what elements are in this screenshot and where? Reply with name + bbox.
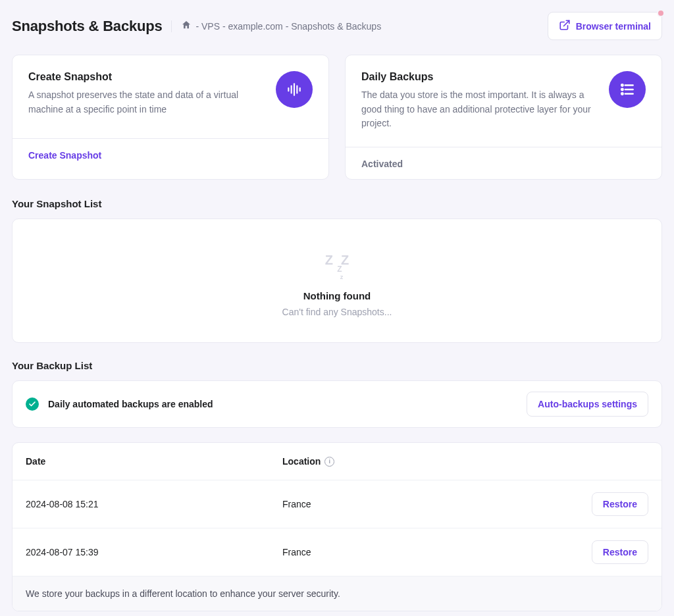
breadcrumb[interactable]: - VPS - example.com - Snapshots & Backup… — [181, 20, 381, 32]
breadcrumb-text: - VPS - example.com - Snapshots & Backup… — [195, 21, 381, 32]
browser-terminal-button[interactable]: Browser terminal — [548, 12, 662, 40]
backup-list-heading: Your Backup List — [12, 360, 662, 371]
restore-button[interactable]: Restore — [592, 540, 648, 564]
column-location-label: Location — [282, 456, 321, 467]
home-icon[interactable] — [181, 20, 192, 32]
divider — [171, 20, 172, 32]
create-snapshot-button[interactable]: Create Snapshot — [28, 150, 101, 161]
row-date: 2024-08-07 15:39 — [26, 547, 282, 557]
create-snapshot-card: Create Snapshot A snapshot preserves the… — [12, 55, 329, 180]
page-title: Snapshots & Backups — [12, 18, 162, 35]
list-icon — [609, 71, 646, 108]
row-location: France — [282, 499, 576, 509]
empty-subtitle: Can't find any Snapshots... — [26, 307, 648, 317]
info-icon[interactable]: i — [324, 457, 334, 467]
status-dot — [657, 9, 665, 17]
restore-button[interactable]: Restore — [592, 492, 648, 516]
column-date: Date — [26, 456, 282, 467]
row-date: 2024-08-08 15:21 — [26, 499, 282, 509]
snapshot-card-desc: A snapshot preserves the state and data … — [28, 88, 264, 116]
svg-point-6 — [621, 84, 623, 86]
browser-terminal-label: Browser terminal — [576, 21, 651, 32]
backup-table: Date Location i 2024-08-08 15:21 France … — [12, 442, 662, 611]
backup-status-text: Daily automated backups are enabled — [48, 399, 517, 409]
empty-title: Nothing found — [26, 290, 648, 301]
check-icon — [26, 398, 39, 411]
snapshot-card-title: Create Snapshot — [28, 71, 264, 83]
backup-status-panel: Daily automated backups are enabled Auto… — [12, 380, 662, 428]
snapshot-list-heading: Your Snapshot List — [12, 198, 662, 209]
sleep-icon: ZZ Z z — [26, 247, 648, 286]
backups-card-title: Daily Backups — [361, 71, 597, 83]
row-location: France — [282, 547, 576, 557]
table-row: 2024-08-08 15:21 France Restore — [13, 480, 661, 528]
backups-card-desc: The data you store is the most important… — [361, 88, 597, 131]
waveform-icon — [276, 71, 313, 108]
table-header: Date Location i — [13, 443, 661, 480]
svg-line-0 — [563, 20, 569, 26]
table-footer-note: We store your backups in a different loc… — [13, 577, 661, 611]
svg-point-10 — [621, 93, 623, 95]
snapshot-list-panel: ZZ Z z Nothing found Can't find any Snap… — [12, 218, 662, 343]
column-location: Location i — [282, 456, 576, 467]
external-link-icon — [559, 19, 571, 33]
daily-backups-card: Daily Backups The data you store is the … — [345, 55, 662, 180]
table-row: 2024-08-07 15:39 France Restore — [13, 528, 661, 577]
svg-point-8 — [621, 89, 623, 91]
backups-status-label: Activated — [361, 159, 403, 169]
auto-backups-settings-button[interactable]: Auto-backups settings — [527, 392, 648, 417]
